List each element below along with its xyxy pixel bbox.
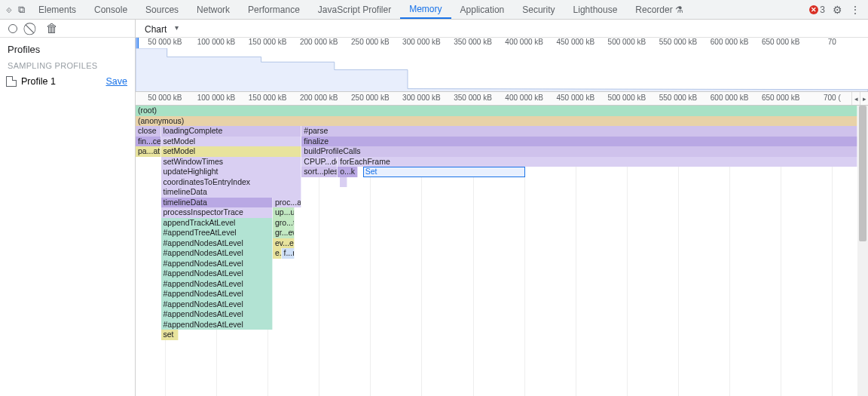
flame-bar[interactable] <box>340 177 347 188</box>
flame-row: updateHighlightsort...pleso...kSet <box>136 167 857 177</box>
flame-bar[interactable]: (anonymous) <box>136 116 857 127</box>
flame-bar[interactable]: #appendNodesAtLevel <box>161 320 273 330</box>
flame-bar[interactable]: #appendNodesAtLevel <box>161 259 273 269</box>
tab-sources[interactable]: Sources <box>136 0 188 19</box>
ruler-tick: 500 000 kB <box>608 94 646 102</box>
flame-bar[interactable]: #appendNodesAtLevel <box>161 289 273 299</box>
ruler-nav-left[interactable]: ◂ <box>851 92 860 105</box>
flame-row: #appendTreeAtLevelgr...ew <box>136 228 857 238</box>
inspect-icon[interactable]: ⟐ <box>6 4 12 16</box>
tab-console[interactable]: Console <box>85 0 136 19</box>
flame-bar[interactable]: close <box>136 126 161 137</box>
flame-bar[interactable]: gro...ts <box>273 218 295 229</box>
flame-bar[interactable]: f...r <box>282 248 295 259</box>
tab-application[interactable]: Application <box>451 0 514 19</box>
overview-strip[interactable]: 50 000 kB100 000 kB150 000 kB200 000 kB2… <box>136 38 868 92</box>
overview-tick: 200 000 kB <box>300 38 338 46</box>
ruler-tick: 600 000 kB <box>711 94 749 102</box>
flame-bar[interactable]: setWindowTimes <box>161 157 302 167</box>
flame-bar[interactable]: updateHighlight <box>161 167 302 177</box>
flame-bar[interactable]: (root) <box>136 106 857 116</box>
flame-row: #appendNodesAtLevel <box>136 289 857 299</box>
overview-tick: 300 000 kB <box>402 38 441 46</box>
save-link[interactable]: Save <box>106 76 128 87</box>
flame-bar[interactable]: #parse <box>301 126 857 137</box>
flame-bar[interactable]: #appendNodesAtLevel <box>161 248 273 259</box>
flame-row: timelineDataproc...ata <box>136 198 857 208</box>
flame-bar[interactable]: finalize <box>301 137 857 147</box>
flame-bar[interactable]: Set <box>363 167 526 177</box>
overview-tick: 450 000 kB <box>556 38 594 46</box>
flame-bar[interactable]: sort...ples <box>301 167 338 177</box>
tab-elements[interactable]: Elements <box>29 0 85 19</box>
flame-bar[interactable]: set <box>161 330 179 340</box>
profile-item[interactable]: Profile 1 Save <box>0 73 135 90</box>
error-badge[interactable]: ✕ 3 <box>809 5 825 15</box>
flame-bar[interactable]: buildProfileCalls <box>301 146 857 157</box>
record-icon[interactable] <box>8 23 18 34</box>
flame-row: (root) <box>136 106 857 116</box>
ruler-nav[interactable]: ◂ ▸ <box>851 92 868 105</box>
error-count: 3 <box>820 5 825 15</box>
flame-bar[interactable]: coordinatesToEntryIndex <box>161 177 302 188</box>
tab-javascript-profiler[interactable]: JavaScript Profiler <box>309 0 400 19</box>
flame-bar[interactable]: pa...at <box>136 146 161 157</box>
flame-bar[interactable]: o...k <box>338 167 358 177</box>
more-icon[interactable]: ⋮ <box>850 4 860 16</box>
flame-bar[interactable]: #appendNodesAtLevel <box>161 269 273 279</box>
flame-bar[interactable]: #appendNodesAtLevel <box>161 238 273 249</box>
flame-bar[interactable]: appendTrackAtLevel <box>161 218 273 229</box>
flame-row: coordinatesToEntryIndex <box>136 177 857 188</box>
overview-tick: 50 000 kB <box>148 38 182 46</box>
error-dot-icon: ✕ <box>809 5 818 14</box>
flame-row: timelineData <box>136 187 857 198</box>
flame-bar[interactable]: #appendTreeAtLevel <box>161 228 273 238</box>
overview-tick: 70 <box>828 38 836 46</box>
flame-bar[interactable]: fin...ce <box>136 137 161 147</box>
ruler-tick: 100 000 kB <box>197 94 236 102</box>
flame-bar[interactable]: forEachFrame <box>338 157 857 167</box>
delete-icon[interactable]: 🗑 <box>47 23 57 34</box>
flame-row: pa...atsetModelbuildProfileCalls <box>136 146 857 157</box>
view-mode-value: Chart <box>140 23 185 36</box>
ruler-tick: 350 000 kB <box>454 94 492 102</box>
flame-row: fin...cesetModelfinalize <box>136 137 857 147</box>
tab-network[interactable]: Network <box>188 0 239 19</box>
tab-memory[interactable]: Memory <box>400 0 451 19</box>
flame-bar[interactable]: CPUP...del <box>301 157 338 167</box>
scrollbar-thumb[interactable] <box>859 106 866 241</box>
settings-gear-icon[interactable]: ⚙ <box>833 4 842 16</box>
flame-bar[interactable]: ev...ew <box>273 238 295 249</box>
flame-bar[interactable]: #appendNodesAtLevel <box>161 299 273 310</box>
flame-row: #appendNodesAtLevel <box>136 320 857 330</box>
flame-bar[interactable]: gr...ew <box>273 228 295 238</box>
flame-bar[interactable]: timelineData <box>161 187 302 198</box>
flame-bar[interactable]: e... <box>273 248 281 259</box>
flame-bar[interactable]: loadingComplete <box>161 126 302 137</box>
tab-lighthouse[interactable]: Lighthouse <box>564 0 627 19</box>
flame-bar[interactable]: processInspectorTrace <box>161 207 273 218</box>
stop-icon[interactable]: ⃠ <box>27 23 38 34</box>
tab-security[interactable]: Security <box>513 0 564 19</box>
scrollbar-vertical[interactable] <box>857 106 868 396</box>
flame-bar[interactable]: up...up <box>273 207 295 218</box>
ruler-tick: 150 000 kB <box>249 94 287 102</box>
flame-row: #appendNodesAtLevele...f...r <box>136 248 857 259</box>
flame-bar[interactable]: setModel <box>161 146 302 157</box>
overview-tick: 250 000 kB <box>351 38 390 46</box>
flame-bar[interactable]: #appendNodesAtLevel <box>161 279 273 290</box>
flame-chart[interactable]: (root)(anonymous)closeloadingComplete#pa… <box>136 106 868 396</box>
flame-bar[interactable]: proc...ata <box>273 198 301 208</box>
tab-performance[interactable]: Performance <box>239 0 309 19</box>
flame-bar[interactable]: #appendNodesAtLevel <box>161 309 273 320</box>
device-icon[interactable]: ⧉ <box>18 4 25 16</box>
size-ruler[interactable]: 50 000 kB100 000 kB150 000 kB200 000 kB2… <box>136 92 868 106</box>
ruler-tick: 200 000 kB <box>300 94 338 102</box>
view-toolbar: Chart <box>136 20 868 38</box>
ruler-nav-right[interactable]: ▸ <box>860 92 868 105</box>
view-mode-select[interactable]: Chart <box>140 22 185 35</box>
tab-recorder-[interactable]: Recorder ⚗ <box>626 0 692 19</box>
flame-row: closeloadingComplete#parse <box>136 126 857 137</box>
flame-bar[interactable]: timelineData <box>161 198 273 208</box>
flame-bar[interactable]: setModel <box>161 137 302 147</box>
